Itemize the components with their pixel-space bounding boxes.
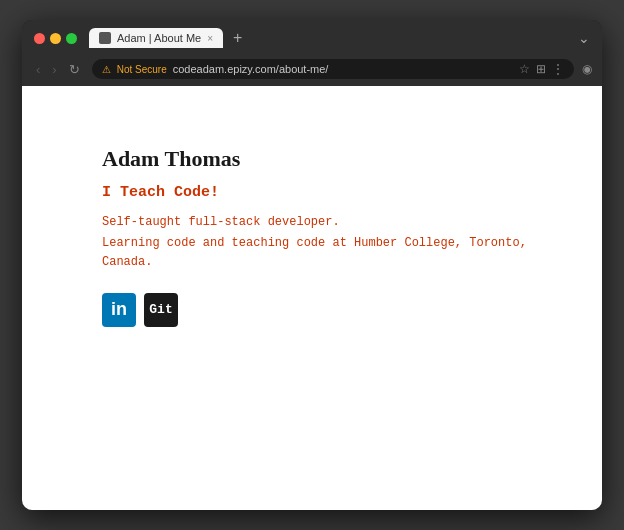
bookmark-icon[interactable]: ☆ bbox=[519, 62, 530, 76]
social-icons: in Git bbox=[102, 293, 552, 327]
bio-line-1: Self-taught full-stack developer. bbox=[102, 213, 552, 232]
page-content: Adam Thomas I Teach Code! Self-taught fu… bbox=[22, 86, 602, 510]
tagline: I Teach Code! bbox=[102, 184, 552, 201]
tab-favicon bbox=[99, 32, 111, 44]
maximize-button[interactable] bbox=[66, 33, 77, 44]
back-button[interactable]: ‹ bbox=[32, 60, 44, 79]
github-button[interactable]: Git bbox=[144, 293, 178, 327]
extensions-icon: ⊞ bbox=[536, 62, 546, 76]
linkedin-label: in bbox=[111, 299, 127, 320]
address-bar: ‹ › ↻ ⚠ Not Secure codeadam.epizy.com/ab… bbox=[22, 54, 602, 86]
tab-area: Adam | About Me × + bbox=[89, 28, 578, 48]
linkedin-button[interactable]: in bbox=[102, 293, 136, 327]
close-button[interactable] bbox=[34, 33, 45, 44]
name-heading: Adam Thomas bbox=[102, 146, 552, 172]
new-tab-button[interactable]: + bbox=[227, 29, 248, 47]
bio-line-2: Learning code and teaching code at Humbe… bbox=[102, 234, 552, 272]
profile-icon[interactable]: ◉ bbox=[582, 62, 592, 76]
traffic-lights bbox=[34, 33, 77, 44]
address-bar-input[interactable]: ⚠ Not Secure codeadam.epizy.com/about-me… bbox=[92, 59, 574, 79]
active-tab[interactable]: Adam | About Me × bbox=[89, 28, 223, 48]
tab-close-button[interactable]: × bbox=[207, 33, 213, 44]
title-bar: Adam | About Me × + ⌄ bbox=[22, 20, 602, 54]
url-text: codeadam.epizy.com/about-me/ bbox=[173, 63, 513, 75]
security-label: Not Secure bbox=[117, 64, 167, 75]
git-label: Git bbox=[149, 302, 172, 317]
window-controls: ⌄ bbox=[578, 30, 590, 46]
settings-icon[interactable]: ⋮ bbox=[552, 62, 564, 76]
forward-button[interactable]: › bbox=[48, 60, 60, 79]
browser-window: Adam | About Me × + ⌄ ‹ › ↻ ⚠ Not Secure… bbox=[22, 20, 602, 510]
address-icons: ☆ ⊞ ⋮ bbox=[519, 62, 564, 76]
tab-title: Adam | About Me bbox=[117, 32, 201, 44]
refresh-button[interactable]: ↻ bbox=[65, 60, 84, 79]
page-inner: Adam Thomas I Teach Code! Self-taught fu… bbox=[22, 86, 602, 367]
nav-buttons: ‹ › ↻ bbox=[32, 60, 84, 79]
minimize-button[interactable] bbox=[50, 33, 61, 44]
lock-icon: ⚠ bbox=[102, 64, 111, 75]
